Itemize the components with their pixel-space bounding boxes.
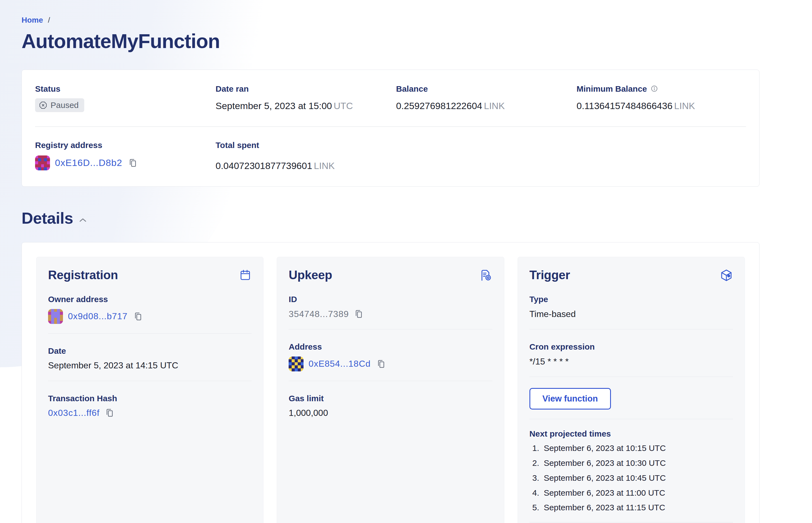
total-spent-field: Total spent 0.04072301877739601LINK xyxy=(216,140,385,172)
copy-icon xyxy=(376,359,386,369)
registration-title: Registration xyxy=(48,268,118,282)
cron-expression-label: Cron expression xyxy=(529,342,733,352)
balance-label: Balance xyxy=(396,84,566,94)
next-projected-times-label: Next projected times xyxy=(529,429,733,438)
cron-expression-value: */15 * * * * xyxy=(529,356,733,367)
min-balance-text: 0.11364157484866436 xyxy=(577,101,672,111)
copy-upkeep-id-button[interactable] xyxy=(353,308,364,320)
info-icon[interactable] xyxy=(650,85,658,92)
date-ran-label: Date ran xyxy=(216,84,385,94)
panel-divider xyxy=(289,329,492,329)
total-spent-suffix: LINK xyxy=(314,160,335,171)
owner-address-link[interactable]: 0x9d08...b717 xyxy=(68,311,128,321)
copy-icon xyxy=(105,408,115,418)
page-title: AutomateMyFunction xyxy=(21,30,759,52)
gas-limit-value: 1,000,000 xyxy=(289,407,492,419)
copy-registry-address-button[interactable] xyxy=(127,157,138,168)
transaction-hash-row: 0x03c1...ff6f xyxy=(48,407,252,418)
total-spent-text: 0.04072301877739601 xyxy=(216,160,312,171)
upkeep-id-value: 354748...7389 xyxy=(289,308,349,320)
copy-transaction-hash-button[interactable] xyxy=(104,407,115,418)
cube-icon xyxy=(720,269,733,282)
trigger-type-field: Type Time-based xyxy=(529,294,733,320)
date-ran-value: September 5, 2023 at 15:00UTC xyxy=(216,100,385,112)
document-search-icon xyxy=(479,269,492,282)
balance-text: 0.259276981222604 xyxy=(396,101,482,111)
registry-address-field: Registry address 0xE16D...D8b2 xyxy=(35,140,205,172)
page: Home / AutomateMyFunction Status Paused … xyxy=(0,0,812,523)
upkeep-identicon xyxy=(289,357,304,372)
balance-suffix: LINK xyxy=(484,101,505,111)
gas-limit-field: Gas limit 1,000,000 xyxy=(289,393,492,419)
registration-date-field: Date September 5, 2023 at 14:15 UTC xyxy=(48,346,252,372)
registry-address-label: Registry address xyxy=(35,140,205,150)
panel-divider xyxy=(529,329,733,329)
total-spent-label: Total spent xyxy=(216,140,385,150)
cron-expression-field: Cron expression */15 * * * * xyxy=(529,342,733,367)
trigger-panel-header: Trigger xyxy=(529,268,733,282)
panel-divider xyxy=(48,333,252,333)
registry-address-link[interactable]: 0xE16D...D8b2 xyxy=(55,157,122,168)
panel-divider xyxy=(529,419,733,419)
summary-card: Status Paused Date ran September 5, 2023… xyxy=(21,70,759,187)
min-balance-field: Minimum Balance 0.11364157484866436LINK xyxy=(577,84,746,112)
trigger-type-value: Time-based xyxy=(529,308,733,320)
projected-time-item: September 6, 2023 at 11:15 UTC xyxy=(542,502,733,513)
balance-field: Balance 0.259276981222604LINK xyxy=(396,84,566,112)
date-ran-text: September 5, 2023 at 15:00 xyxy=(216,101,332,111)
balance-value: 0.259276981222604LINK xyxy=(396,100,566,112)
status-field: Status Paused xyxy=(35,84,205,112)
upkeep-panel: Upkeep ID 354748...7389 xyxy=(277,257,504,523)
total-spent-value: 0.04072301877739601LINK xyxy=(216,160,385,172)
projected-time-item: September 6, 2023 at 10:15 UTC xyxy=(542,443,733,453)
breadcrumb: Home / xyxy=(21,16,759,25)
upkeep-address-link[interactable]: 0xE854...18Cd xyxy=(308,359,371,369)
min-balance-value: 0.11364157484866436LINK xyxy=(577,100,746,112)
view-function-button[interactable]: View function xyxy=(529,388,611,410)
registration-panel: Registration Owner address 0x9d08...b717 xyxy=(36,257,264,523)
owner-address-row: 0x9d08...b717 xyxy=(48,309,252,324)
details-collapse-toggle[interactable] xyxy=(79,218,87,222)
status-badge: Paused xyxy=(35,98,84,112)
panel-divider xyxy=(289,381,492,381)
upkeep-panel-header: Upkeep xyxy=(289,268,492,282)
details-header: Details xyxy=(21,209,759,227)
upkeep-address-field: Address 0xE854...18Cd xyxy=(289,342,492,372)
gas-limit-label: Gas limit xyxy=(289,393,492,404)
details-card: Registration Owner address 0x9d08...b717 xyxy=(21,242,759,523)
upkeep-title: Upkeep xyxy=(289,268,332,282)
transaction-hash-link[interactable]: 0x03c1...ff6f xyxy=(48,408,100,418)
summary-row-1: Status Paused Date ran September 5, 2023… xyxy=(35,84,746,112)
status-label: Status xyxy=(35,84,205,94)
panel-divider xyxy=(48,381,252,381)
chevron-up-icon xyxy=(79,218,87,222)
copy-upkeep-address-button[interactable] xyxy=(376,358,387,369)
trigger-title: Trigger xyxy=(529,268,570,282)
panel-divider xyxy=(529,377,733,377)
projected-time-item: September 6, 2023 at 10:45 UTC xyxy=(542,473,733,483)
registry-identicon xyxy=(35,156,50,170)
next-projected-times-list: September 6, 2023 at 10:15 UTC September… xyxy=(529,443,733,513)
min-balance-label: Minimum Balance xyxy=(577,84,746,94)
registration-panel-header: Registration xyxy=(48,268,252,282)
date-ran-field: Date ran September 5, 2023 at 15:00UTC xyxy=(216,84,385,112)
status-paused-icon xyxy=(39,101,47,109)
upkeep-address-row: 0xE854...18Cd xyxy=(289,357,492,372)
status-badge-text: Paused xyxy=(51,101,79,110)
trigger-panel: Trigger Type Time-based Cron expression xyxy=(518,257,745,523)
owner-address-field: Owner address 0x9d08...b717 xyxy=(48,294,252,324)
upkeep-address-label: Address xyxy=(289,342,492,352)
breadcrumb-separator: / xyxy=(48,16,50,24)
summary-row-2: Registry address 0xE16D...D8b2 Total spe… xyxy=(35,140,746,172)
transaction-hash-label: Transaction Hash xyxy=(48,393,252,404)
breadcrumb-home-link[interactable]: Home xyxy=(21,16,43,24)
transaction-hash-field: Transaction Hash 0x03c1...ff6f xyxy=(48,393,252,419)
upkeep-id-row: 354748...7389 xyxy=(289,308,492,320)
details-title: Details xyxy=(21,209,73,227)
registration-date-label: Date xyxy=(48,346,252,356)
copy-owner-address-button[interactable] xyxy=(132,311,144,322)
trigger-type-label: Type xyxy=(529,294,733,305)
summary-divider xyxy=(35,126,746,127)
upkeep-id-field: ID 354748...7389 xyxy=(289,294,492,320)
min-balance-label-text: Minimum Balance xyxy=(577,84,647,94)
